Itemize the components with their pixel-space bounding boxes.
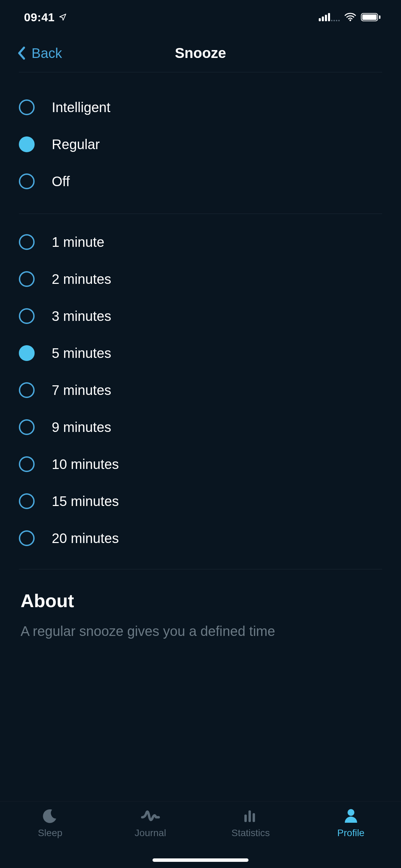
option-label: 9 minutes [52, 420, 111, 435]
option-label: 5 minutes [52, 346, 111, 361]
radio-unselected-icon [19, 382, 35, 398]
option-label: 2 minutes [52, 272, 111, 287]
radio-selected-icon [19, 136, 35, 152]
option-label: Regular [52, 137, 100, 152]
bars-icon [242, 808, 259, 824]
radio-unselected-icon [19, 173, 35, 189]
option-label: 1 minute [52, 234, 104, 250]
status-left: 09:41 [24, 11, 67, 24]
nav-header: Back Snooze [0, 34, 401, 72]
duration-option[interactable]: 7 minutes [19, 372, 382, 409]
svg-rect-2 [248, 810, 251, 822]
back-button[interactable]: Back [17, 46, 62, 61]
option-label: Off [52, 174, 70, 189]
duration-option[interactable]: 20 minutes [19, 520, 382, 557]
tab-bar: SleepJournalStatisticsProfile [0, 801, 401, 868]
option-label: 3 minutes [52, 309, 111, 324]
chevron-left-icon [17, 46, 25, 60]
tab-label: Profile [337, 828, 364, 839]
tab-profile[interactable]: Profile [301, 808, 401, 868]
svg-rect-3 [253, 813, 255, 822]
status-time: 09:41 [24, 11, 54, 24]
about-heading: About [21, 590, 380, 611]
radio-unselected-icon [19, 530, 35, 546]
person-icon [343, 808, 359, 824]
radio-unselected-icon [19, 99, 35, 115]
radio-unselected-icon [19, 271, 35, 287]
battery-icon [361, 13, 380, 21]
duration-option[interactable]: 3 minutes [19, 298, 382, 335]
mode-option[interactable]: Regular [19, 126, 382, 163]
duration-option[interactable]: 5 minutes [19, 335, 382, 372]
about-text: A regular snooze gives you a defined tim… [21, 622, 380, 639]
option-label: 7 minutes [52, 383, 111, 398]
duration-option[interactable]: 1 minute [19, 224, 382, 261]
mode-option[interactable]: Intelligent [19, 89, 382, 126]
radio-selected-icon [19, 345, 35, 361]
radio-unselected-icon [19, 419, 35, 435]
option-label: 15 minutes [52, 494, 119, 509]
location-icon [59, 11, 67, 24]
duration-option[interactable]: 10 minutes [19, 446, 382, 483]
duration-section: 1 minute2 minutes3 minutes5 minutes7 min… [0, 214, 401, 569]
duration-option[interactable]: 9 minutes [19, 409, 382, 446]
moon-icon [42, 808, 58, 824]
fade-overlay [0, 777, 401, 801]
radio-unselected-icon [19, 493, 35, 509]
mode-option[interactable]: Off [19, 163, 382, 200]
radio-unselected-icon [19, 308, 35, 324]
option-label: Intelligent [52, 100, 110, 115]
wifi-icon [344, 13, 356, 22]
back-label: Back [32, 46, 62, 61]
svg-point-4 [348, 809, 354, 816]
page-title: Snooze [175, 45, 226, 61]
status-bar: 09:41 [0, 0, 401, 34]
about-section: About A regular snooze gives you a defin… [0, 569, 401, 639]
cellular-icon [319, 13, 330, 21]
mode-section: IntelligentRegularOff [0, 72, 401, 214]
radio-unselected-icon [19, 456, 35, 472]
wave-icon [141, 808, 160, 824]
svg-rect-1 [244, 815, 247, 822]
duration-option[interactable]: 2 minutes [19, 261, 382, 298]
duration-option[interactable]: 15 minutes [19, 483, 382, 520]
radio-unselected-icon [19, 234, 35, 250]
tab-label: Journal [135, 828, 166, 839]
tab-label: Statistics [231, 828, 270, 839]
status-right [319, 13, 380, 22]
tab-label: Sleep [38, 828, 62, 839]
tab-sleep[interactable]: Sleep [0, 808, 100, 868]
option-label: 10 minutes [52, 457, 119, 472]
home-indicator [153, 858, 248, 862]
svg-point-0 [350, 20, 351, 21]
option-label: 20 minutes [52, 531, 119, 546]
